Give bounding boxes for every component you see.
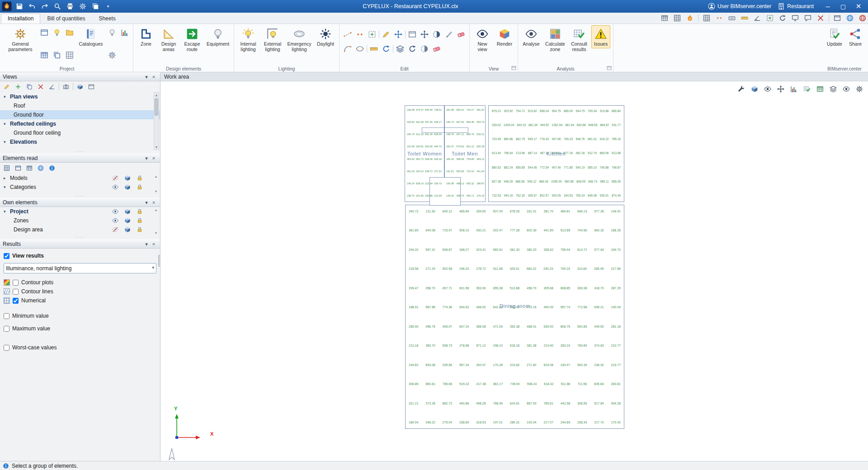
object-snap-icon[interactable]	[765, 14, 774, 23]
plan-views-button[interactable]	[39, 50, 50, 61]
undo-button[interactable]	[27, 1, 37, 11]
element-info-button[interactable]	[47, 164, 57, 173]
trim-icon[interactable]	[431, 29, 442, 40]
lock-icon[interactable]	[137, 226, 143, 233]
elements-read-close-button[interactable]: ×	[150, 155, 157, 161]
general-parameters-button[interactable]: General parameters	[4, 25, 37, 54]
visibility-eye-icon[interactable]	[112, 208, 118, 215]
comments-icon[interactable]	[803, 14, 812, 23]
scroll-up-arrow[interactable]: ▴	[156, 93, 157, 98]
minimum-value-checkbox[interactable]	[4, 313, 9, 319]
view-box-b-button[interactable]	[87, 82, 96, 91]
zone-button[interactable]: Zone	[136, 25, 156, 48]
elements-read-mini-scroll[interactable]: ▴▾	[153, 174, 159, 193]
results-chart-icon[interactable]	[789, 84, 799, 94]
dimension-icon[interactable]	[740, 14, 749, 23]
section-resize-dots[interactable]: ····	[0, 150, 160, 154]
issues-button[interactable]: Issues	[591, 25, 610, 48]
model-cube-icon[interactable]	[124, 184, 131, 190]
luminaire-library-button[interactable]	[52, 27, 62, 38]
tab-installation[interactable]: Installation	[1, 14, 40, 24]
erase-icon[interactable]	[456, 29, 467, 40]
results-table-icon[interactable]	[815, 84, 825, 94]
model-cube-icon[interactable]	[124, 226, 131, 233]
model-cube-icon[interactable]	[124, 208, 131, 215]
save-button[interactable]	[14, 1, 24, 11]
tree-item-roof[interactable]: Roof	[0, 101, 160, 110]
views-close-button[interactable]: ×	[150, 74, 157, 80]
catalogue-settings-button[interactable]	[107, 50, 118, 61]
model-cube-icon[interactable]	[124, 175, 131, 181]
filter-elements-button[interactable]	[25, 164, 34, 173]
edit-pencil-icon[interactable]	[381, 29, 392, 40]
ortho-icon[interactable]	[753, 14, 762, 23]
daylight-button[interactable]: Daylight	[315, 25, 336, 48]
maximize-button[interactable]: ▢	[835, 0, 851, 12]
copy-layers-icon[interactable]	[395, 43, 406, 54]
scroll-thumb[interactable]	[155, 99, 158, 116]
update-button[interactable]: Update	[825, 25, 844, 48]
open-project-folder-button[interactable]	[64, 27, 75, 38]
calculate-zone-button[interactable]: Calculate zone	[543, 25, 567, 54]
new-view-small-button[interactable]	[14, 82, 23, 91]
view-cube-icon[interactable]	[750, 84, 760, 94]
duplicate-view-button[interactable]	[25, 82, 34, 91]
lock-icon[interactable]	[137, 175, 143, 181]
print-button[interactable]	[65, 1, 75, 11]
delete-view-button[interactable]	[36, 82, 45, 91]
plugins-button[interactable]	[90, 1, 100, 11]
visibility-eye-icon[interactable]	[112, 226, 118, 233]
cut-icon[interactable]	[443, 29, 454, 40]
elements-read-collapse-button[interactable]: ▾	[143, 155, 150, 161]
close-button[interactable]: ✕	[851, 0, 866, 12]
cancel-icon[interactable]	[816, 14, 825, 23]
quantities-grid-icon[interactable]	[673, 14, 682, 23]
lock-icon[interactable]	[137, 184, 143, 190]
settings-button[interactable]	[78, 1, 88, 11]
fire-safety-icon[interactable]	[685, 14, 694, 23]
draw-points-icon[interactable]	[354, 29, 365, 40]
external-lighting-button[interactable]: External lighting	[261, 25, 284, 54]
canvas-settings-icon[interactable]	[854, 84, 864, 94]
drawing-grid-button[interactable]	[64, 50, 75, 61]
delete-icon[interactable]	[431, 43, 442, 54]
escape-route-button[interactable]: Escape route	[181, 25, 203, 54]
visibility-icon[interactable]	[763, 84, 773, 94]
tab-sheets[interactable]: Sheets	[92, 14, 122, 24]
monitor-icon[interactable]	[791, 14, 800, 23]
design-areas-button[interactable]: Design areas	[158, 25, 179, 54]
keyboard-entry-icon[interactable]	[727, 14, 736, 23]
tools-icon[interactable]	[736, 84, 746, 94]
expand-all-button[interactable]	[2, 164, 11, 173]
rotate-icon[interactable]	[381, 43, 392, 54]
worst-case-values-checkbox[interactable]	[4, 345, 9, 351]
scroll-down-arrow[interactable]: ▾	[156, 145, 157, 150]
collapse-all-button[interactable]	[14, 164, 23, 173]
section-resize-dots[interactable]: ····	[0, 236, 160, 240]
new-view-button[interactable]: New view	[472, 25, 492, 54]
web-portal-icon[interactable]	[845, 14, 854, 23]
rectangle-icon[interactable]	[407, 29, 418, 40]
minimize-button[interactable]: ─	[820, 0, 835, 12]
measure-icon[interactable]	[368, 43, 379, 54]
drawing-canvas[interactable]: 151.01 196.08675.47840.46738.91326.83902…	[160, 81, 868, 461]
zoom-search-button[interactable]	[52, 1, 62, 11]
layers-icon[interactable]	[828, 84, 838, 94]
project-link[interactable]: Restaurant	[778, 3, 814, 10]
move-node-icon[interactable]	[393, 29, 404, 40]
user-account[interactable]: User BIMserver.center	[708, 3, 771, 10]
orbit-icon[interactable]	[778, 14, 787, 23]
consult-results-button[interactable]: Consult results	[569, 25, 590, 54]
check-results-icon[interactable]	[802, 84, 812, 94]
copy-elements-button[interactable]	[52, 50, 62, 61]
results-close-button[interactable]: ×	[150, 241, 157, 247]
ellipse-icon[interactable]	[354, 43, 365, 54]
catalogues-button[interactable]: Catalogues	[77, 25, 105, 48]
web-store-icon[interactable]	[858, 14, 867, 23]
internal-lighting-button[interactable]: Internal lighting	[237, 25, 259, 54]
contour-lines-checkbox[interactable]	[13, 289, 19, 295]
elevation-view-button[interactable]	[47, 82, 57, 91]
snap-points-icon[interactable]	[715, 14, 724, 23]
move-icon[interactable]	[419, 29, 430, 40]
lock-icon[interactable]	[137, 208, 143, 215]
